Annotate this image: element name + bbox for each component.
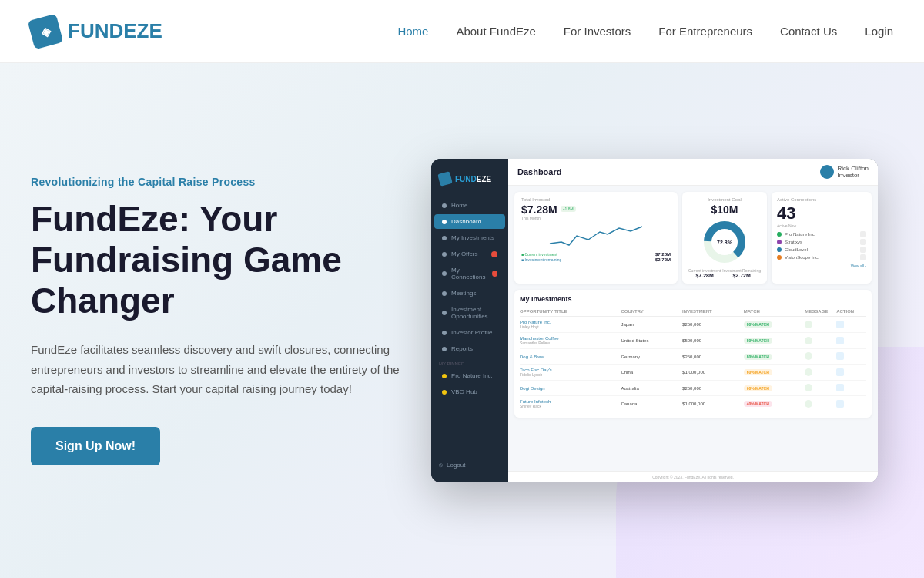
donut-remaining-value: $2.72M [722,273,761,278]
total-invested-card: Total Invested $7.28M +1.8M This Month ■… [514,192,678,284]
db-nav-investments-label: My Investments [451,234,494,241]
investments-table: My Investments OPPORTUNITY TITLE COUNTRY… [514,290,872,418]
td-title-link-3[interactable]: Dog & Brew [520,355,544,359]
table-row: Pro Nature Inc. Linley Hoyt Japan $250,0… [520,317,866,333]
td-sub-4: Fidelio Lynch [520,372,619,377]
db-logout[interactable]: ⎋ Logout [431,455,508,475]
td-invest-1: $250,000 [682,322,742,327]
db-nav-opportunities[interactable]: Investment Opportunities [434,302,505,324]
nav-home[interactable]: Home [397,25,428,38]
td-sub-1: Linley Hoyt [520,324,619,329]
investment-goal-value: $10M [688,203,762,216]
td-invest-2: $500,000 [682,338,742,343]
nav-entrepreneurs[interactable]: For Entrepreneurs [658,25,752,38]
current-investment-label: ■ Current investment [521,252,557,257]
conn-dot-2 [777,240,782,244]
msg-icon-5[interactable] [805,384,812,391]
pinned-dot-1 [442,374,447,378]
view-all-link[interactable]: View all › [777,264,866,268]
remaining-investment-label: ■ Investment remaining [521,257,561,262]
reports-dot [442,347,447,351]
td-sub-6: Shirley Rack [520,404,619,408]
msg-icon-1[interactable] [805,321,812,328]
msg-icon-3[interactable] [805,352,812,360]
db-pinned-label-2: VBO Hub [451,388,477,395]
db-logo-icon [437,171,453,187]
donut-chart: 72.8% [701,219,748,265]
msg-icon-2[interactable] [805,337,812,344]
action-icon-6[interactable] [836,400,844,408]
action-icon-1[interactable] [836,321,844,328]
db-nav-meetings[interactable]: Meetings [434,286,505,301]
td-msg-3 [805,352,835,361]
db-nav-home[interactable]: Home [434,198,505,213]
logout-icon: ⎋ [439,462,443,469]
conn-item-4: VisionScope Inc. [777,254,866,260]
user-info: Rick Clifton Investor [820,165,869,179]
th-country: COUNTRY [621,309,681,314]
conn-action-1[interactable] [860,231,866,237]
conn-action-3[interactable] [860,247,866,253]
conn-name-4: VisionScope Inc. [785,255,857,260]
svg-text:72.8%: 72.8% [717,240,733,245]
opportunities-dot [442,311,447,315]
logo[interactable]: ◈ FUNDEZE [31,17,162,46]
nav-contact[interactable]: Contact Us [780,25,837,38]
conn-action-4[interactable] [860,254,866,260]
remaining-investment-value: $2.72M [655,257,671,262]
db-nav-profile[interactable]: Investor Profile [434,325,505,340]
dashboard-mockup: FUNDEZE Home Dashboard My Investments My… [431,159,878,482]
th-message: MESSAGE [805,309,835,314]
td-action-3 [836,352,866,361]
db-nav-connections-label: My Connections [451,267,487,281]
signup-button[interactable]: Sign Up Now! [31,427,160,465]
action-icon-2[interactable] [836,337,844,344]
current-investment-value: $7.28M [655,252,671,257]
home-dot [442,203,447,208]
th-match: MATCH [744,309,804,314]
msg-icon-6[interactable] [805,400,812,408]
db-nav-connections[interactable]: My Connections [434,263,505,284]
nav-investors[interactable]: For Investors [564,25,631,38]
td-title-link-5[interactable]: Dogi Design [520,386,545,391]
db-nav-reports[interactable]: Reports [434,341,505,356]
pinned-dot-2 [442,390,447,395]
msg-icon-4[interactable] [805,368,812,376]
active-connections-card: Active Connections 43 Active Now Pro Nat… [772,192,872,284]
td-match-1: 80% MATCH [744,321,804,328]
hero-left: Revolutionizing the Capital Raise Proces… [31,176,431,465]
offers-dot [442,252,447,257]
pinned-section-label: MY PINNED [431,357,508,368]
dashboard-footer: Copyright © 2023. FundEze. All rights re… [508,471,878,482]
td-country-4: China [621,370,681,375]
conn-action-2[interactable] [860,239,866,245]
conn-dot-3 [777,247,782,252]
login-button[interactable]: Login [865,25,893,38]
conn-dot-1 [777,232,782,237]
td-title-6: Future Infotech Shirley Rack [520,399,619,408]
nav-about[interactable]: About FundEze [456,25,535,38]
db-logo: FUNDEZE [431,166,508,191]
action-icon-4[interactable] [836,368,844,376]
td-title-2: Manchester Coffee Samantha Pellew [520,336,619,345]
table-title: My Investments [520,295,866,303]
db-logo-text: FUNDEZE [455,175,491,183]
connections-dot [442,271,447,276]
db-pinned-vbo[interactable]: VBO Hub [434,385,505,399]
action-icon-5[interactable] [836,384,844,391]
connections-badge [492,271,497,277]
conn-item-3: CloudLevel [777,247,866,253]
user-avatar [820,165,834,179]
td-match-3: 80% MATCH [744,354,804,360]
action-icon-3[interactable] [836,352,844,360]
dashboard-sidebar: FUNDEZE Home Dashboard My Investments My… [431,159,508,482]
db-nav-offers[interactable]: My Offers [434,247,505,261]
investment-chart [521,220,671,247]
db-nav-dashboard[interactable]: Dashboard [434,214,505,229]
td-country-6: Canada [621,402,681,406]
db-nav-investments[interactable]: My Investments [434,230,505,245]
dashboard-dot [442,220,447,224]
stats-row: Total Invested $7.28M +1.8M This Month ■… [514,192,872,284]
td-sub-2: Samantha Pellew [520,341,619,345]
db-pinned-pronature[interactable]: Pro Nature Inc. [434,368,505,383]
